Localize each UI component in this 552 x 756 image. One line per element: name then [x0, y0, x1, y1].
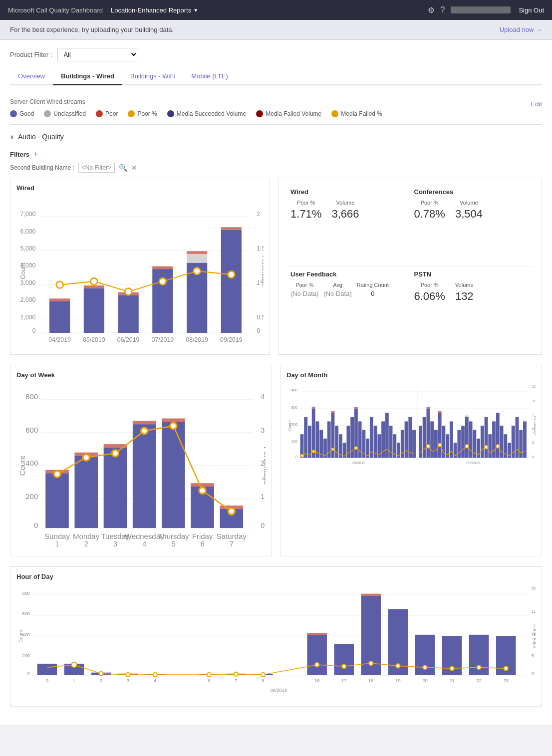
- svg-point-236: [369, 661, 373, 665]
- svg-rect-31: [221, 230, 242, 333]
- wired-bar-chart: 7,000 6,000 5,000 4,000 3,000 2,000 1,00…: [16, 196, 264, 347]
- wired-poor-pct-label: Poor %: [290, 200, 321, 206]
- nav-arrow-icon: ▼: [193, 7, 198, 13]
- svg-text:1: 1: [257, 279, 260, 286]
- audio-quality-section-header[interactable]: ∧ Audio - Quality: [10, 129, 542, 145]
- add-filter-button[interactable]: +: [33, 150, 38, 159]
- svg-text:200: 200: [25, 492, 38, 500]
- svg-text:Percentage: Percentage: [261, 255, 264, 287]
- conferences-stats-title: Conferences: [414, 188, 530, 196]
- uf-avg-label: Avg: [323, 282, 351, 288]
- uf-rating-value: 0: [357, 290, 389, 297]
- pstn-volume-label: Volume: [455, 282, 474, 288]
- svg-point-79: [141, 427, 148, 434]
- day-of-month-title: Day of Month: [286, 371, 536, 379]
- svg-point-240: [477, 665, 481, 669]
- svg-text:2: 2: [100, 678, 102, 683]
- svg-text:0: 0: [532, 454, 534, 459]
- nav-dropdown[interactable]: Location-Enhanced Reports ▼: [111, 6, 198, 14]
- svg-rect-64: [74, 456, 98, 528]
- svg-text:07/2019: 07/2019: [152, 336, 174, 343]
- svg-point-80: [170, 422, 177, 429]
- conferences-stats: Conferences Poor % 0.78% Volume 3,504: [410, 184, 534, 266]
- tab-mobile-lte[interactable]: Mobile (LTE): [183, 68, 236, 85]
- help-icon[interactable]: ?: [441, 5, 445, 14]
- svg-text:6,000: 6,000: [20, 228, 36, 235]
- conf-volume-label: Volume: [455, 200, 483, 206]
- svg-rect-69: [133, 421, 156, 424]
- user-feedback-stats: User Feedback Poor % (No Data) Avg (No D…: [286, 266, 410, 348]
- media-failed-vol-label: Media Failed Volume: [266, 110, 321, 117]
- svg-rect-27: [152, 266, 173, 269]
- upload-now-link[interactable]: Upload now →: [500, 26, 542, 33]
- audio-section-title: Audio - Quality: [18, 133, 64, 141]
- svg-text:300: 300: [291, 405, 297, 409]
- svg-rect-22: [84, 288, 104, 333]
- legend-unclassified: Unclassified: [44, 110, 86, 117]
- svg-rect-146: [405, 421, 408, 458]
- svg-rect-151: [423, 417, 426, 458]
- svg-text:7: 7: [235, 678, 237, 683]
- upload-banner: For the best experience, try uploading y…: [0, 20, 552, 40]
- svg-text:23: 23: [504, 678, 509, 683]
- legend-media-failed-pct: Media Failed %: [331, 110, 382, 117]
- svg-rect-180: [523, 421, 527, 458]
- svg-text:600: 600: [25, 425, 38, 434]
- svg-rect-154: [430, 421, 434, 458]
- tab-overview[interactable]: Overview: [10, 68, 53, 85]
- svg-text:7,000: 7,000: [20, 211, 36, 218]
- section-divider: [10, 124, 542, 125]
- legend-media-failed-vol: Media Failed Volume: [256, 110, 321, 117]
- svg-text:19: 19: [395, 678, 400, 683]
- svg-rect-125: [331, 413, 334, 458]
- svg-rect-152: [426, 408, 430, 458]
- svg-text:Count: Count: [287, 420, 292, 430]
- svg-rect-173: [496, 413, 500, 458]
- svg-text:2.5: 2.5: [532, 440, 536, 445]
- svg-rect-164: [465, 417, 469, 458]
- svg-text:2,000: 2,000: [20, 296, 36, 303]
- wired-volume-label: Volume: [331, 200, 359, 206]
- tab-buildings-wired[interactable]: Buildings - Wired: [53, 68, 122, 85]
- filter-search-icon[interactable]: 🔍: [119, 164, 127, 172]
- svg-text:0: 0: [257, 327, 260, 334]
- tab-bar: Overview Buildings - Wired Buildings - W…: [10, 68, 542, 85]
- good-dot: [10, 110, 17, 117]
- svg-rect-156: [438, 413, 442, 458]
- svg-text:0: 0: [34, 521, 38, 529]
- svg-point-33: [56, 281, 63, 288]
- svg-text:06/2019: 06/2019: [117, 336, 140, 343]
- product-filter-select[interactable]: All Teams Skype for Business: [57, 48, 138, 61]
- svg-rect-141: [385, 413, 389, 458]
- svg-rect-219: [334, 644, 354, 675]
- day-of-month-svg: 400 300 200 100 0 12.5 10 7.5 5 2.5 0 Co…: [286, 383, 536, 473]
- svg-text:09/2019: 09/2019: [270, 688, 287, 693]
- svg-text:18: 18: [368, 678, 373, 683]
- svg-text:22: 22: [476, 678, 481, 683]
- tab-buildings-wifi[interactable]: Buildings - WiFi: [122, 68, 183, 85]
- svg-text:600: 600: [22, 612, 30, 617]
- wired-chart-title: Wired: [16, 184, 264, 192]
- svg-point-241: [504, 666, 508, 670]
- svg-rect-169: [481, 426, 484, 458]
- user-feedback-title: User Feedback: [290, 270, 406, 278]
- svg-text:Count: Count: [19, 262, 26, 279]
- svg-rect-20: [49, 301, 70, 333]
- filter-clear-icon[interactable]: ✕: [131, 164, 137, 172]
- svg-point-186: [438, 443, 442, 447]
- svg-text:1,000: 1,000: [20, 314, 36, 321]
- svg-rect-218: [307, 633, 327, 635]
- day-of-week-title: Day of Week: [16, 371, 266, 379]
- sign-out-button[interactable]: Sign Out: [519, 6, 544, 14]
- svg-text:5: 5: [171, 539, 175, 547]
- svg-text:20: 20: [532, 587, 536, 592]
- svg-rect-150: [419, 426, 422, 458]
- svg-point-77: [83, 454, 89, 461]
- svg-point-187: [465, 444, 469, 448]
- media-succeeded-dot: [167, 110, 174, 117]
- edit-link[interactable]: Edit: [531, 98, 542, 110]
- audio-chevron-icon: ∧: [10, 134, 14, 140]
- conf-poor-pct-label: Poor %: [414, 200, 445, 206]
- svg-text:400: 400: [25, 459, 38, 467]
- settings-icon[interactable]: ⚙: [428, 5, 435, 15]
